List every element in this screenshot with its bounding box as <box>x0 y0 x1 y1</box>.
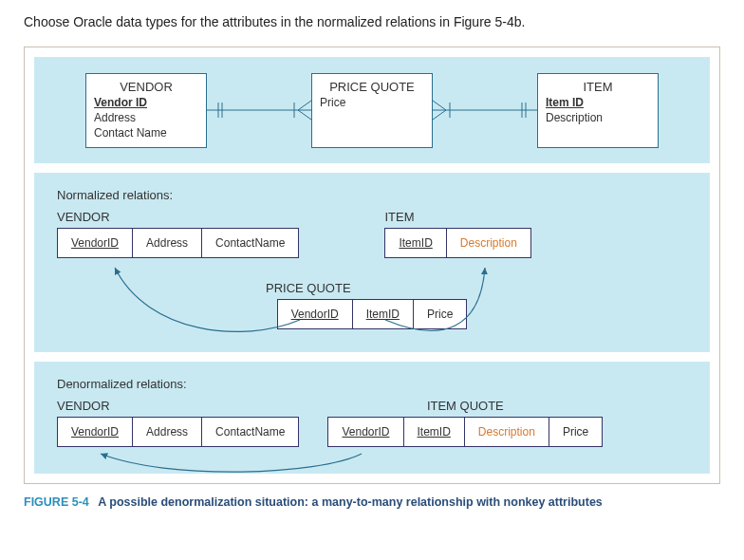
entity-vendor: VENDOR Vendor ID Address Contact Name <box>85 73 207 148</box>
svg-line-5 <box>298 110 311 120</box>
entity-vendor-title: VENDOR <box>94 80 198 94</box>
pq-col-vendorid: VendorID <box>278 300 353 328</box>
item-col-description: Description <box>447 229 530 257</box>
dvendor-table-block: VENDOR VendorID Address ContactName <box>57 399 299 447</box>
erd-panel: VENDOR Vendor ID Address Contact Name <box>34 57 710 163</box>
dvendor-col-address: Address <box>133 418 202 446</box>
normalized-panel: Normalized relations: VENDOR VendorID Ad… <box>34 173 710 352</box>
vendor-table-block: VENDOR VendorID Address ContactName <box>57 210 299 258</box>
entity-item-attr0: Description <box>546 111 650 124</box>
rel-line-vendor-pq <box>207 72 311 148</box>
entity-item-title: ITEM <box>546 80 650 94</box>
entity-pq-title: PRICE QUOTE <box>320 80 424 94</box>
entity-price-quote: PRICE QUOTE Price . . <box>311 73 433 148</box>
denormalized-label: Denormalized relations: <box>57 377 687 391</box>
dvendor-table-name: VENDOR <box>57 399 299 413</box>
iq-col-vendorid: VendorID <box>328 418 403 446</box>
dvendor-col-contactname: ContactName <box>202 418 298 446</box>
figure-caption: FIGURE 5-4 A possible denormalization si… <box>24 495 720 509</box>
entity-vendor-pk: Vendor ID <box>94 96 198 109</box>
svg-line-8 <box>433 101 446 110</box>
vendor-table-name: VENDOR <box>57 210 299 224</box>
itemquote-table-name: ITEM QUOTE <box>327 399 603 413</box>
dvendor-table: VendorID Address ContactName <box>57 417 299 447</box>
entity-pq-attr0: Price <box>320 96 424 109</box>
vendor-col-contactname: ContactName <box>202 229 298 257</box>
pq-col-itemid: ItemID <box>353 300 414 328</box>
itemquote-table-block: ITEM QUOTE VendorID ItemID Description P… <box>327 399 603 447</box>
iq-col-description: Description <box>465 418 549 446</box>
figure-frame: VENDOR Vendor ID Address Contact Name <box>24 47 720 484</box>
item-table-block: ITEM ItemID Description <box>384 210 530 258</box>
iq-col-price: Price <box>549 418 602 446</box>
itemquote-table: VendorID ItemID Description Price <box>327 417 603 447</box>
pq-table-name: PRICE QUOTE <box>266 281 687 295</box>
entity-item-pk: Item ID <box>546 96 650 109</box>
entity-vendor-attr1: Contact Name <box>94 126 198 140</box>
item-table-name: ITEM <box>384 210 530 224</box>
normalized-label: Normalized relations: <box>57 188 687 202</box>
question-text: Choose Oracle data types for the attribu… <box>24 14 720 29</box>
figure-caption-text: A possible denormalization situation: a … <box>98 495 603 509</box>
pq-col-price: Price <box>414 300 466 328</box>
svg-line-9 <box>433 110 446 120</box>
iq-col-itemid: ItemID <box>404 418 465 446</box>
svg-line-4 <box>298 101 311 110</box>
entity-item: ITEM Item ID Description . <box>537 73 659 148</box>
pq-table: VendorID ItemID Price <box>277 299 468 329</box>
figure-number: FIGURE 5-4 <box>24 495 89 509</box>
vendor-table: VendorID Address ContactName <box>57 228 299 258</box>
vendor-col-vendorid: VendorID <box>58 229 133 257</box>
dvendor-col-vendorid: VendorID <box>58 418 133 446</box>
entity-vendor-attr0: Address <box>94 111 198 124</box>
rel-line-pq-item <box>433 72 537 148</box>
vendor-col-address: Address <box>133 229 202 257</box>
item-col-itemid: ItemID <box>385 229 446 257</box>
item-table: ItemID Description <box>384 228 530 258</box>
denormalized-panel: Denormalized relations: VENDOR VendorID … <box>34 362 710 474</box>
